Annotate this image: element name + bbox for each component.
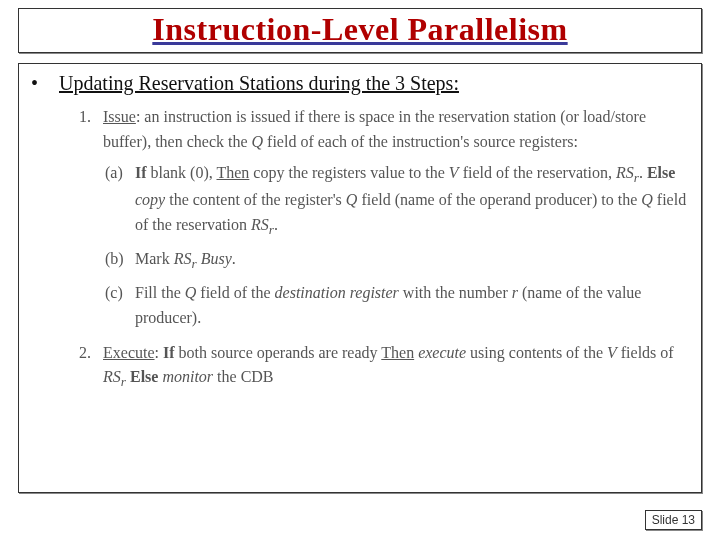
sub-c-text: Fill the Q field of the destination regi… xyxy=(135,281,689,331)
sub-a-text: If blank (0), Then copy the registers va… xyxy=(135,161,689,241)
content-box: • Updating Reservation Stations during t… xyxy=(18,63,702,493)
bullet-text: Updating Reservation Stations during the… xyxy=(59,72,459,95)
sub-label: (c) xyxy=(105,281,135,331)
title-box: Instruction-Level Parallelism xyxy=(18,8,702,53)
num-label: 1. xyxy=(79,105,103,155)
sub-item-a: (a) If blank (0), Then copy the register… xyxy=(105,161,689,241)
sub-item-c: (c) Fill the Q field of the destination … xyxy=(105,281,689,331)
list-item-1: 1. Issue: an instruction is issued if th… xyxy=(79,105,689,155)
sub-label: (b) xyxy=(105,247,135,275)
num-label: 2. xyxy=(79,341,103,394)
slide-title: Instruction-Level Parallelism xyxy=(19,11,701,48)
item-2-text: Execute: If both source operands are rea… xyxy=(103,341,689,394)
list-item-2: 2. Execute: If both source operands are … xyxy=(79,341,689,394)
sub-item-b: (b) Mark RSr Busy. xyxy=(105,247,689,275)
bullet-row: • Updating Reservation Stations during t… xyxy=(31,72,689,95)
sub-b-text: Mark RSr Busy. xyxy=(135,247,236,275)
item-1-text: Issue: an instruction is issued if there… xyxy=(103,105,689,155)
bullet-marker: • xyxy=(31,72,59,95)
body-text: 1. Issue: an instruction is issued if th… xyxy=(79,105,689,393)
sub-list: (a) If blank (0), Then copy the register… xyxy=(105,161,689,331)
sub-label: (a) xyxy=(105,161,135,241)
slide-number: Slide 13 xyxy=(645,510,702,530)
